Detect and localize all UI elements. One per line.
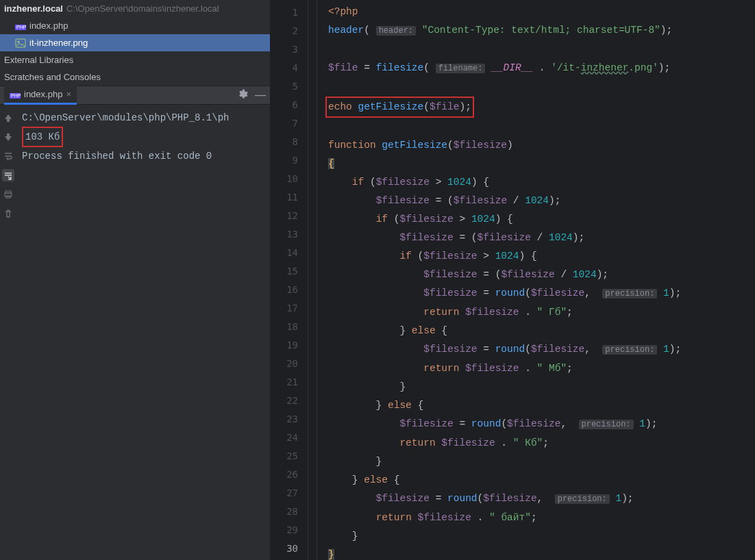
php-file-icon: PHP bbox=[10, 90, 21, 99]
tree-label: Scratches and Consoles bbox=[4, 72, 101, 82]
image-file-icon bbox=[15, 38, 26, 48]
gear-icon[interactable] bbox=[237, 89, 248, 102]
svg-text:PHP: PHP bbox=[11, 93, 21, 98]
wrap-icon[interactable] bbox=[2, 150, 14, 162]
scroll-to-end-icon[interactable] bbox=[2, 169, 14, 181]
code-area[interactable]: <?phpheader( header: "Content-Type: text… bbox=[317, 0, 755, 560]
trash-icon[interactable] bbox=[2, 207, 14, 220]
line-gutter[interactable]: 1 2 3 4 5 6 7 8 9 10 11 12 13 14 15 16 1… bbox=[271, 0, 308, 560]
console-output[interactable]: C:\OpenServer\modules\php\PHP_8.1\ph 103… bbox=[16, 105, 270, 560]
file-it-inzhener-png[interactable]: it-inzhener.png bbox=[0, 34, 270, 51]
console-result: 103 Кб bbox=[22, 127, 63, 147]
console-cmd: C:\OpenServer\modules\php\PHP_8.1\ph bbox=[22, 109, 264, 127]
run-tool-strip bbox=[0, 105, 16, 560]
print-icon[interactable] bbox=[2, 188, 14, 201]
scratches-consoles[interactable]: Scratches and Consoles bbox=[0, 68, 270, 86]
file-label: index.php bbox=[29, 21, 68, 31]
project-path: C:\OpenServer\domains\inzhener.local bbox=[66, 3, 219, 14]
close-icon[interactable]: × bbox=[66, 89, 71, 99]
minimize-icon[interactable]: — bbox=[255, 89, 266, 102]
run-tab-bar: PHP index.php × — bbox=[0, 86, 270, 105]
project-tree[interactable]: inzhener.local C:\OpenServer\domains\inz… bbox=[0, 0, 270, 86]
code-editor[interactable]: 1 2 3 4 5 6 7 8 9 10 11 12 13 14 15 16 1… bbox=[271, 0, 755, 560]
svg-point-3 bbox=[18, 40, 20, 42]
run-tab[interactable]: PHP index.php × bbox=[4, 86, 77, 105]
project-root[interactable]: inzhener.local C:\OpenServer\domains\inz… bbox=[0, 0, 270, 17]
external-libraries[interactable]: External Libraries bbox=[0, 51, 270, 68]
tree-label: External Libraries bbox=[4, 55, 73, 65]
file-index-php[interactable]: PHP index.php bbox=[0, 17, 270, 34]
arrow-up-icon[interactable] bbox=[2, 112, 14, 124]
run-tab-label: index.php bbox=[24, 89, 62, 99]
console-exit: Process finished with exit code 0 bbox=[22, 147, 264, 165]
arrow-down-icon[interactable] bbox=[2, 131, 14, 143]
project-name: inzhener.local bbox=[4, 3, 63, 14]
file-label: it-inzhener.png bbox=[29, 38, 88, 48]
svg-text:PHP: PHP bbox=[16, 25, 26, 29]
fold-bar[interactable] bbox=[308, 0, 317, 560]
php-file-icon: PHP bbox=[15, 21, 26, 31]
